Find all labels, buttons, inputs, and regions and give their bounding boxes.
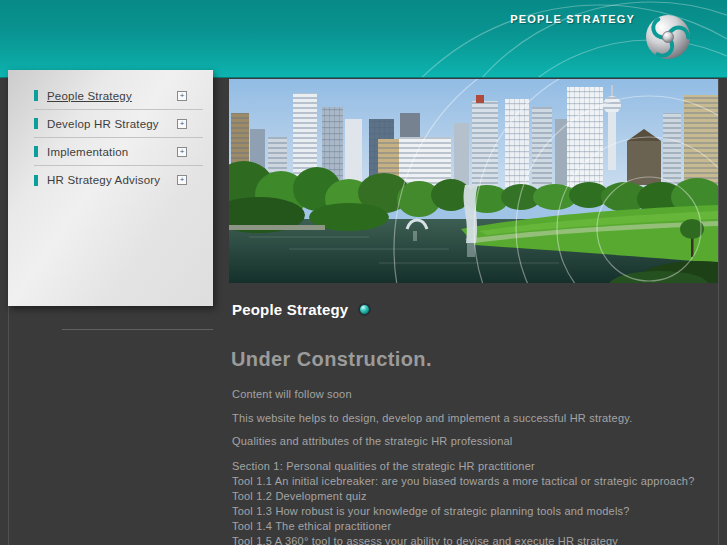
tool-line: Tool 1.1 An initial icebreaker: are you … [232, 474, 712, 489]
tool-line: Tool 1.5 A 360° tool to assess your abil… [232, 534, 712, 545]
triskelion-logo-icon [644, 13, 692, 61]
teal-tick-icon [34, 175, 38, 186]
teal-orb-icon [358, 303, 371, 316]
teal-tick-icon [34, 118, 38, 129]
site-header: PEOPLE STRATEGY [0, 0, 727, 78]
expand-plus-icon[interactable]: + [177, 91, 187, 101]
navigation-sidebar: People Strategy + Develop HR Strategy + … [8, 70, 213, 306]
tool-line: Tool 1.4 The ethical practitioner [232, 519, 712, 534]
decorative-arcs [0, 0, 727, 78]
brand-wordmark: PEOPLE STRATEGY [510, 13, 635, 25]
sidebar-item-develop-hr-strategy[interactable]: Develop HR Strategy + [34, 110, 203, 138]
sidebar-item-label[interactable]: Implementation [47, 146, 128, 158]
sidebar-bottom-divider [62, 329, 213, 330]
tool-line: Tool 1.3 How robust is your knowledge of… [232, 504, 712, 519]
intro-line: Content will follow soon [232, 388, 702, 400]
hero-photo-city-park [229, 79, 718, 283]
intro-paragraphs: Content will follow soon This website he… [232, 388, 702, 459]
page-title: People Strategy [232, 301, 348, 318]
sidebar-item-implementation[interactable]: Implementation + [34, 138, 203, 166]
content-right-rule [718, 79, 719, 545]
section-heading-line: Section 1: Personal qualities of the str… [232, 459, 712, 474]
sidebar-item-hr-strategy-advisory[interactable]: HR Strategy Advisory + [34, 166, 203, 194]
sidebar-item-label[interactable]: People Strategy [47, 90, 132, 102]
expand-plus-icon[interactable]: + [177, 175, 187, 185]
tool-line: Tool 1.2 Development quiz [232, 489, 712, 504]
page-title-row: People Strategy [232, 301, 371, 318]
expand-plus-icon[interactable]: + [177, 119, 187, 129]
expand-plus-icon[interactable]: + [177, 147, 187, 157]
section-tool-list: Section 1: Personal qualities of the str… [232, 459, 712, 545]
intro-line: This website helps to design, develop an… [232, 412, 702, 424]
under-construction-headline: Under Construction. [231, 348, 432, 371]
sidebar-item-label[interactable]: HR Strategy Advisory [47, 174, 160, 186]
teal-tick-icon [34, 90, 38, 101]
nav-menu: People Strategy + Develop HR Strategy + … [8, 70, 213, 194]
teal-tick-icon [34, 146, 38, 157]
intro-line: Qualities and attributes of the strategi… [232, 435, 702, 447]
sidebar-item-people-strategy[interactable]: People Strategy + [34, 82, 203, 110]
sidebar-item-label[interactable]: Develop HR Strategy [47, 118, 159, 130]
